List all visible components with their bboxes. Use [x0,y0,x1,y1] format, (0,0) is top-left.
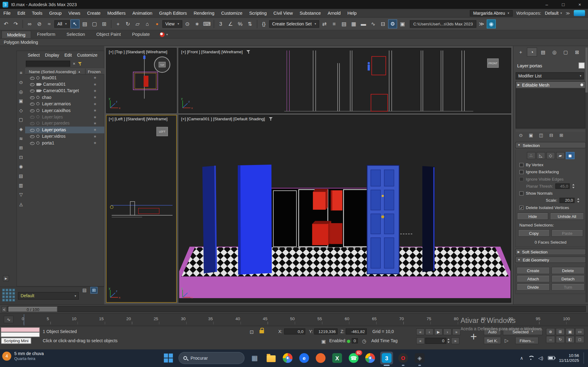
maximize-button[interactable]: □ [555,0,571,9]
rendered-frame-window-icon[interactable]: ▣ [398,19,407,28]
red-box[interactable] [331,190,343,211]
explorer-row-porta1[interactable]: porta1∗ [25,140,104,146]
curve-editor-icon[interactable]: ∿ [369,19,377,28]
polygon-mode-icon[interactable]: ▰ [556,152,564,159]
frozen-toggle-icon[interactable]: ∗ [93,95,97,99]
explorer-menu-select[interactable]: Select [25,53,42,58]
minimize-button[interactable]: – [539,0,555,9]
show-desktop-button[interactable] [583,352,585,364]
taskbar-clock[interactable]: 10:56 11/11/2025 [559,353,579,363]
filter-cameras-icon[interactable]: ▣ [18,98,24,104]
selected-filter-dropdown[interactable]: Selected ▾ [503,328,543,335]
isolate-selection-icon[interactable]: ⊡ [248,328,255,335]
ribbon-tab-populate[interactable]: Populate [127,31,155,38]
explorer-column-headers[interactable]: Name (Sorted Ascending) ▲ Frozen [25,69,104,75]
viewport-camera-label[interactable]: [+] [Camera001 ] [Standard] [Default Sha… [181,117,265,121]
pin-explorer-icon[interactable]: ⊞ [90,287,97,294]
smart-select-icon[interactable]: ● [153,19,161,28]
camera-viewport-canvas[interactable] [179,115,511,302]
window-crossing-toggle-icon[interactable]: ⊞ [100,19,108,28]
frozen-toggle-icon[interactable]: ∗ [93,115,97,119]
maxscript-mini-listener-white[interactable] [1,332,40,337]
render-setup-icon[interactable]: ⚙ [388,19,397,28]
paneled-blue-door[interactable] [367,165,399,274]
pin-stack-icon[interactable]: ⊙ [517,132,525,138]
close-button[interactable]: × [571,0,588,9]
next-frame-button[interactable]: › [443,328,452,335]
select-and-link-icon[interactable]: ∞ [25,19,34,28]
filter-materials-icon[interactable]: ◉ [18,163,24,170]
stack-item-editable-mesh[interactable]: ▶ Editable Mesh [516,82,585,88]
toggle-scene-explorer-icon[interactable]: ▤ [340,19,348,28]
ribbon-tab-freeform[interactable]: Freeform [32,31,61,38]
named-selection-sets[interactable]: Create Selection Set▾ [269,20,319,27]
frozen-toggle-icon[interactable]: ∗ [93,76,97,80]
clear-search-icon[interactable]: × [73,61,75,66]
toggle-layer-explorer-icon[interactable]: ▦ [349,19,358,28]
edit-geometry-rollout-header[interactable]: ▼ Edit Geometry [515,257,586,263]
select-and-move-icon[interactable]: + [114,19,123,28]
remove-modifier-icon[interactable]: ⊟ [548,132,555,138]
more-tools-icon[interactable]: ≫ [477,19,486,28]
ignore-backfacing-checkbox[interactable] [519,170,523,174]
explorer-menu-customize[interactable]: Customize [74,53,100,58]
door-frame[interactable] [273,191,297,247]
hide-button[interactable]: Hide [517,213,548,220]
visibility-eye-icon[interactable] [30,95,35,100]
go-to-start-button[interactable]: « [416,328,425,335]
delete-button[interactable]: Delete [552,267,585,274]
filter-groups-icon[interactable]: ⊞ [18,144,24,151]
filter-shapes-icon[interactable]: ▢ [18,117,24,123]
menu-edit[interactable]: Edit [14,9,28,17]
select-and-scale-icon[interactable]: ▱ [133,19,142,28]
display-tab[interactable]: ▢ [561,47,571,56]
explorer-row-layer-lajes[interactable]: Layer:lajes∗ [25,114,104,120]
ribbon-config-icon[interactable] [160,32,165,37]
frozen-toggle-icon[interactable]: ∗ [93,121,97,125]
scene-explorer-grid-icon[interactable] [2,289,15,301]
explorer-settings-icon[interactable]: ◬ [18,201,24,207]
filter-spacewarps-icon[interactable]: ≋ [18,135,24,142]
red-box[interactable] [312,224,328,245]
file-explorer-icon[interactable] [265,352,278,365]
explorer-row-layer-portas[interactable]: Layer:portas∗ [25,127,104,133]
explorer-menu-display[interactable]: Display [42,53,62,58]
vertex-mode-icon[interactable]: ∴ [527,152,535,159]
menu-create[interactable]: Create [84,9,104,17]
dark-navy-door[interactable] [422,166,434,272]
visibility-eye-icon[interactable] [30,121,35,126]
detach-button[interactable]: Detach [552,275,585,282]
align-icon[interactable]: ≡ [330,19,339,28]
maximize-viewport-toggle-button[interactable]: ◻ [575,336,584,343]
spinner-icon[interactable] [577,198,580,203]
viewport-top[interactable]: [+] [Top ] [Standard] [Wireframe] TOP xy… [106,48,176,113]
visibility-eye-icon[interactable] [30,108,35,113]
create-tab[interactable]: + [516,47,526,56]
copy-button[interactable]: Copy [518,230,550,237]
selection-rollout-header[interactable]: ▼ Selection [515,142,586,148]
expand-panel-button[interactable]: ▶ [3,275,9,281]
visibility-eye-icon[interactable] [30,102,35,106]
y-coordinate-field[interactable]: 1219,336 [314,328,338,335]
frame-back-button[interactable]: < [2,306,7,313]
visibility-eye-icon[interactable] [30,141,35,145]
bind-to-space-warp-icon[interactable]: ≈ [45,19,54,28]
adaptive-degradation-icon[interactable]: ▣ [320,338,327,345]
configure-modifier-sets-icon[interactable]: ⊞ [558,132,565,138]
enabled-indicator[interactable] [347,340,350,343]
zoom-button[interactable]: ⊕ [546,328,555,335]
game-app-icon[interactable]: ◈ [413,352,426,365]
pick-parent-icon[interactable]: ▽ [18,191,24,198]
front-viewport-canvas[interactable]: FRONT [179,48,511,113]
motion-tab[interactable]: ◎ [549,47,560,56]
frozen-toggle-icon[interactable]: ∗ [93,128,97,132]
frozen-column-header[interactable]: Frozen [85,69,101,75]
checkered-floor[interactable] [181,247,509,276]
show-end-result-icon[interactable]: ▣ [527,132,535,138]
red-box[interactable] [313,192,325,210]
mirror-icon[interactable]: ⇄ [320,19,329,28]
reference-coordinate-system[interactable]: View▾ [162,20,182,27]
unhide-all-button[interactable]: Unhide All [550,213,584,220]
photos-icon[interactable] [364,352,377,365]
rectangular-selection-region-icon[interactable]: ▢ [90,19,99,28]
